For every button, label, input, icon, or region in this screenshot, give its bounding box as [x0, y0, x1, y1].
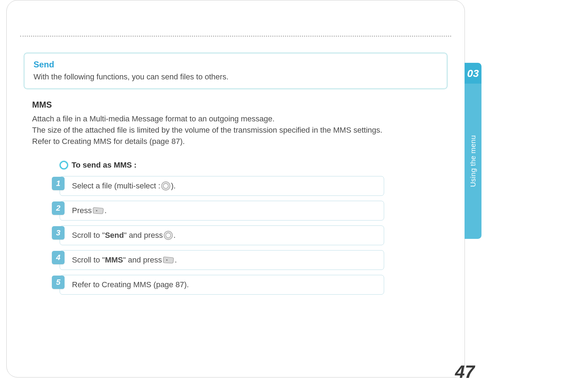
callout-title: Send — [34, 60, 438, 70]
step-number-badge: 5 — [52, 276, 65, 289]
step-box: Scroll to "MMS" and press . — [60, 250, 384, 270]
step-number-badge: 1 — [52, 177, 65, 190]
svg-point-1 — [163, 183, 168, 188]
softkey-icon — [163, 257, 174, 264]
step-number-badge: 3 — [52, 226, 65, 240]
step-row: 2Press . — [52, 201, 451, 221]
svg-point-5 — [166, 259, 168, 261]
step-bold-term: Send — [105, 231, 124, 240]
steps-title: To send as MMS : — [72, 161, 137, 170]
step-row: 5Refer to Creating MMS (page 87). — [52, 275, 451, 295]
side-tab-section: Using the menu — [465, 84, 481, 239]
step-number-badge: 4 — [52, 251, 65, 264]
side-tab-chapter: 03 — [465, 63, 481, 84]
steps-container: To send as MMS : 1Select a file (multi-s… — [52, 161, 451, 295]
page-frame: Send With the following functions, you c… — [6, 0, 465, 378]
callout-send: Send With the following functions, you c… — [24, 53, 448, 89]
steps-list: 1Select a file (multi-select : ).2Press … — [52, 176, 451, 295]
step-box: Press . — [60, 201, 384, 221]
step-row: 3Scroll to "Send" and press . — [52, 225, 451, 245]
step-row: 1Select a file (multi-select : ). — [52, 176, 451, 196]
page-number: 47 — [455, 362, 475, 382]
step-box: Scroll to "Send" and press . — [60, 225, 384, 245]
svg-point-2 — [96, 210, 97, 211]
section-label: Using the menu — [469, 135, 477, 187]
ok-button-icon — [161, 181, 170, 191]
step-box: Refer to Creating MMS (page 87). — [60, 275, 384, 295]
callout-body: With the following functions, you can se… — [34, 72, 438, 82]
steps-title-row: To send as MMS : — [60, 161, 451, 170]
ring-icon — [60, 161, 68, 169]
chapter-number: 03 — [467, 67, 479, 79]
svg-point-4 — [166, 233, 171, 238]
section-body: Attach a file in a Multi-media Message f… — [32, 113, 451, 147]
step-bold-term: MMS — [105, 255, 123, 265]
step-row: 4Scroll to "MMS" and press . — [52, 250, 451, 270]
dotted-divider — [20, 36, 451, 37]
softkey-icon — [92, 207, 104, 214]
step-number-badge: 2 — [52, 201, 65, 215]
step-box: Select a file (multi-select : ). — [60, 176, 384, 196]
ok-button-icon — [164, 231, 173, 240]
section-heading: MMS — [32, 100, 451, 110]
